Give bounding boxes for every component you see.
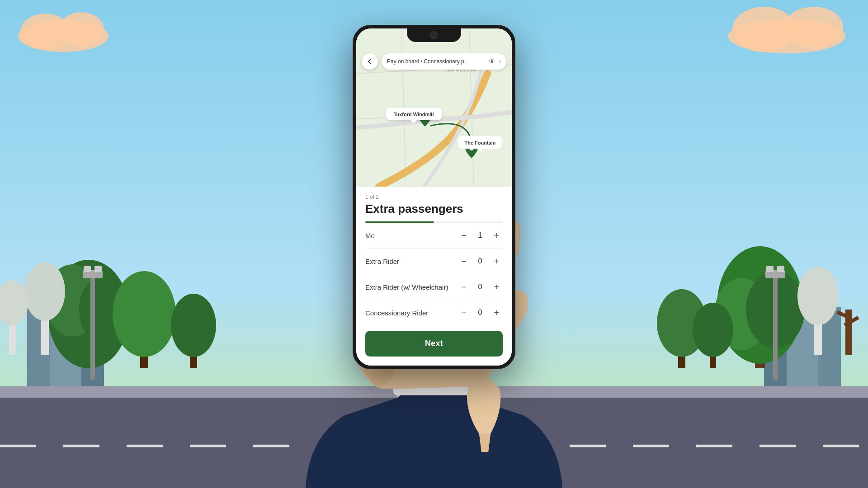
value-concessionary: 0 bbox=[476, 309, 484, 317]
phone-frame: East Markham Tuxford Windmill The Founta… bbox=[353, 25, 515, 369]
svg-rect-31 bbox=[90, 276, 95, 380]
map-svg: East Markham Tuxford Windmill The Founta… bbox=[356, 28, 512, 187]
svg-point-30 bbox=[693, 303, 733, 357]
svg-text:Tuxford Windmill: Tuxford Windmill bbox=[394, 112, 434, 117]
passenger-row-concessionary: Concessionary Rider − 0 + bbox=[365, 300, 503, 325]
passenger-label-extra-rider: Extra Rider bbox=[365, 258, 458, 265]
svg-rect-34 bbox=[94, 266, 102, 272]
right-trees bbox=[642, 174, 868, 400]
passenger-row-wheelchair: Extra Rider (w/ Wheelchair) − 0 + bbox=[365, 274, 503, 300]
cloud-left bbox=[14, 9, 113, 54]
svg-rect-35 bbox=[773, 276, 778, 380]
value-extra-rider: 0 bbox=[476, 257, 484, 265]
content-area: 1 of 2 Extra passengers Me − 1 + bbox=[356, 187, 512, 366]
route-info-pill[interactable]: Pay on board / Concessionary p... 👁 › bbox=[382, 53, 506, 70]
passenger-row-extra-rider: Extra Rider − 0 + bbox=[365, 249, 503, 274]
passenger-label-wheelchair: Extra Rider (w/ Wheelchair) bbox=[365, 283, 458, 291]
next-button[interactable]: Next bbox=[365, 331, 503, 357]
svg-point-2 bbox=[59, 12, 104, 47]
lamp-post-left bbox=[79, 262, 106, 389]
increment-extra-rider[interactable]: + bbox=[490, 255, 503, 267]
chevron-right-icon: › bbox=[499, 58, 501, 65]
increment-wheelchair[interactable]: + bbox=[490, 281, 503, 293]
stepper-me: − 1 + bbox=[458, 229, 503, 242]
svg-point-13 bbox=[0, 280, 28, 325]
route-text: Pay on board / Concessionary p... bbox=[387, 58, 485, 65]
passenger-label-concessionary: Concessionary Rider bbox=[365, 309, 458, 317]
passenger-label-me: Me bbox=[365, 232, 458, 239]
cloud-right bbox=[723, 5, 850, 54]
decrement-extra-rider[interactable]: − bbox=[458, 255, 470, 267]
phone-notch bbox=[407, 28, 461, 42]
svg-text:The Fountain: The Fountain bbox=[464, 140, 495, 145]
step-indicator: 1 of 2 bbox=[365, 194, 503, 200]
stepper-extra-rider: − 0 + bbox=[458, 255, 503, 267]
svg-rect-37 bbox=[766, 266, 774, 272]
decrement-wheelchair[interactable]: − bbox=[458, 281, 470, 293]
decrement-concessionary[interactable]: − bbox=[458, 306, 470, 319]
passenger-rows: Me − 1 + Extra Rider − 0 + bbox=[365, 223, 503, 325]
passenger-row-me: Me − 1 + bbox=[365, 223, 503, 249]
back-button[interactable] bbox=[362, 53, 378, 70]
decrement-me[interactable]: − bbox=[458, 229, 470, 242]
svg-point-17 bbox=[171, 294, 216, 357]
svg-rect-33 bbox=[84, 266, 91, 272]
svg-point-23 bbox=[797, 267, 838, 325]
left-trees bbox=[0, 174, 226, 400]
phone-screen: East Markham Tuxford Windmill The Founta… bbox=[356, 28, 512, 366]
svg-point-15 bbox=[113, 271, 176, 357]
section-title: Extra passengers bbox=[365, 202, 503, 216]
increment-me[interactable]: + bbox=[490, 229, 503, 242]
value-wheelchair: 0 bbox=[476, 283, 484, 291]
eye-icon: 👁 bbox=[489, 58, 495, 65]
stepper-concessionary: − 0 + bbox=[458, 306, 503, 319]
svg-rect-38 bbox=[777, 266, 784, 272]
phone-wrapper: East Markham Tuxford Windmill The Founta… bbox=[353, 25, 515, 369]
map-area: East Markham Tuxford Windmill The Founta… bbox=[356, 28, 512, 187]
lamp-post-right bbox=[762, 262, 789, 389]
svg-point-11 bbox=[24, 262, 65, 321]
map-header: Pay on board / Concessionary p... 👁 › bbox=[356, 53, 512, 70]
stepper-wheelchair: − 0 + bbox=[458, 281, 503, 293]
value-me: 1 bbox=[476, 231, 484, 239]
front-camera bbox=[430, 31, 438, 39]
svg-point-5 bbox=[784, 7, 843, 47]
increment-concessionary[interactable]: + bbox=[490, 306, 503, 319]
